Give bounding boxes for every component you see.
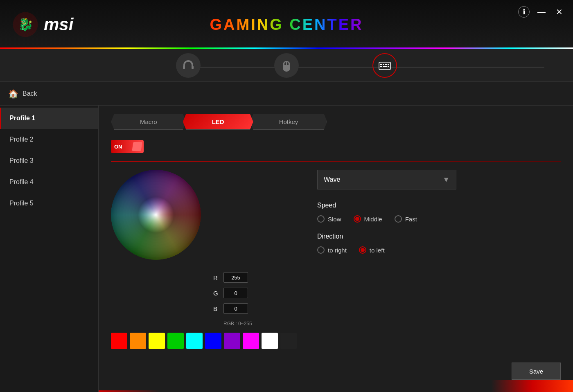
header-line	[183, 67, 544, 68]
svg-text:🐉: 🐉	[18, 17, 34, 32]
speed-middle-option[interactable]: Middle	[354, 215, 382, 223]
speed-slow-label: Slow	[328, 216, 341, 223]
back-button[interactable]: 🏠 Back	[8, 89, 37, 99]
info-button[interactable]: ℹ	[518, 6, 530, 18]
g-label: G	[213, 290, 219, 297]
sidebar-item-label: Profile 4	[9, 178, 34, 185]
svg-rect-9	[380, 66, 382, 67]
right-panel: Wave ▼ Speed Slow Middle	[305, 170, 561, 349]
tab-bar: Macro LED Hotkey	[111, 114, 561, 130]
red-divider	[111, 161, 561, 162]
sidebar-item-profile2[interactable]: Profile 2	[0, 129, 98, 150]
save-button[interactable]: Save	[512, 363, 561, 380]
home-icon: 🏠	[8, 89, 18, 99]
speed-middle-label: Middle	[364, 216, 382, 223]
logo-area: 🐉 msi	[0, 5, 86, 44]
svg-rect-6	[383, 64, 384, 65]
svg-rect-5	[380, 64, 382, 65]
color-wheel-container	[111, 170, 297, 260]
tab-hotkey[interactable]: Hotkey	[250, 114, 327, 130]
device-icon-mouse[interactable]	[274, 53, 299, 78]
device-icon-keyboard[interactable]	[372, 53, 397, 78]
color-effect-layout: R G B RGB : 0~255	[111, 170, 561, 349]
tab-led[interactable]: LED	[183, 114, 253, 130]
close-button[interactable]: ✕	[553, 6, 565, 18]
b-input[interactable]	[223, 303, 248, 314]
minimize-button[interactable]: —	[536, 6, 547, 18]
color-swatches	[111, 333, 297, 349]
swatch-blue[interactable]	[205, 333, 221, 349]
direction-left-option[interactable]: to left	[359, 246, 385, 254]
b-row: B	[213, 303, 252, 314]
content-area: Macro LED Hotkey ON	[99, 106, 573, 392]
title-bar: 🐉 msi GAMING CENTER ℹ — ✕	[0, 0, 573, 49]
dropdown-arrow-icon: ▼	[442, 176, 450, 184]
speed-section: Speed Slow Middle Fast	[317, 202, 561, 223]
sidebar-item-profile4[interactable]: Profile 4	[0, 171, 98, 193]
swatch-yellow[interactable]	[149, 333, 165, 349]
device-bar	[0, 49, 573, 82]
sidebar-item-label: Profile 1	[9, 115, 35, 122]
svg-rect-11	[388, 66, 389, 67]
speed-slow-option[interactable]: Slow	[317, 215, 341, 223]
main-layout: Profile 1 Profile 2 Profile 3 Profile 4 …	[0, 106, 573, 392]
rgb-range-label: RGB : 0~255	[223, 321, 252, 327]
swatch-white[interactable]	[262, 333, 278, 349]
direction-right-option[interactable]: to right	[317, 246, 347, 254]
b-label: B	[213, 305, 219, 312]
led-toggle[interactable]: ON	[111, 140, 144, 153]
corner-accent-br	[491, 380, 573, 392]
svg-rect-3	[192, 66, 194, 69]
speed-fast-option[interactable]: Fast	[395, 215, 417, 223]
direction-right-radio[interactable]	[317, 246, 325, 254]
direction-left-radio[interactable]	[359, 246, 366, 254]
swatch-purple[interactable]	[224, 333, 240, 349]
device-icon-headset[interactable]	[176, 53, 201, 78]
toggle-label: ON	[114, 144, 122, 150]
sidebar-item-profile1[interactable]: Profile 1	[0, 108, 98, 129]
tab-macro[interactable]: Macro	[111, 114, 186, 130]
back-label: Back	[23, 90, 37, 97]
direction-radio-group: to right to left	[317, 246, 561, 254]
app-title: GAMING CENTER	[210, 16, 363, 34]
g-row: G	[213, 288, 252, 298]
speed-fast-label: Fast	[405, 216, 417, 223]
svg-rect-7	[385, 64, 387, 65]
direction-right-label: to right	[328, 247, 347, 254]
swatch-red[interactable]	[111, 333, 127, 349]
effect-value: Wave	[324, 176, 340, 183]
swatch-pink[interactable]	[243, 333, 259, 349]
r-input[interactable]	[223, 272, 248, 283]
effect-dropdown[interactable]: Wave ▼	[317, 170, 456, 189]
title-controls: ℹ — ✕	[518, 6, 565, 18]
msi-logo-text: msi	[44, 15, 73, 34]
direction-label: Direction	[317, 233, 561, 240]
sidebar-item-profile5[interactable]: Profile 5	[0, 193, 98, 214]
speed-fast-radio[interactable]	[395, 215, 402, 223]
color-picker-section: R G B RGB : 0~255	[111, 170, 297, 349]
rgb-inputs: R G B RGB : 0~255	[213, 272, 252, 327]
swatch-green[interactable]	[167, 333, 184, 349]
speed-label: Speed	[317, 202, 561, 209]
g-input[interactable]	[223, 288, 248, 298]
swatch-cyan[interactable]	[186, 333, 203, 349]
corner-accent-bl	[99, 390, 160, 392]
rgb-section: R G B RGB : 0~255	[111, 264, 297, 327]
sidebar: Profile 1 Profile 2 Profile 3 Profile 4 …	[0, 106, 99, 392]
sidebar-item-label: Profile 5	[9, 200, 34, 207]
r-row: R	[213, 272, 252, 283]
sidebar-item-profile3[interactable]: Profile 3	[0, 150, 98, 171]
swatch-orange[interactable]	[130, 333, 146, 349]
msi-dragon-logo: 🐉	[12, 11, 39, 38]
color-wheel[interactable]	[111, 170, 201, 260]
save-label: Save	[529, 368, 543, 375]
r-label: R	[213, 274, 219, 281]
speed-middle-radio[interactable]	[354, 215, 361, 223]
swatch-black[interactable]	[280, 333, 297, 349]
direction-left-label: to left	[370, 247, 385, 254]
speed-slow-radio[interactable]	[317, 215, 325, 223]
sidebar-item-label: Profile 3	[9, 157, 34, 164]
toggle-knob	[132, 142, 142, 151]
svg-rect-2	[183, 66, 185, 69]
sidebar-item-label: Profile 2	[9, 136, 34, 143]
